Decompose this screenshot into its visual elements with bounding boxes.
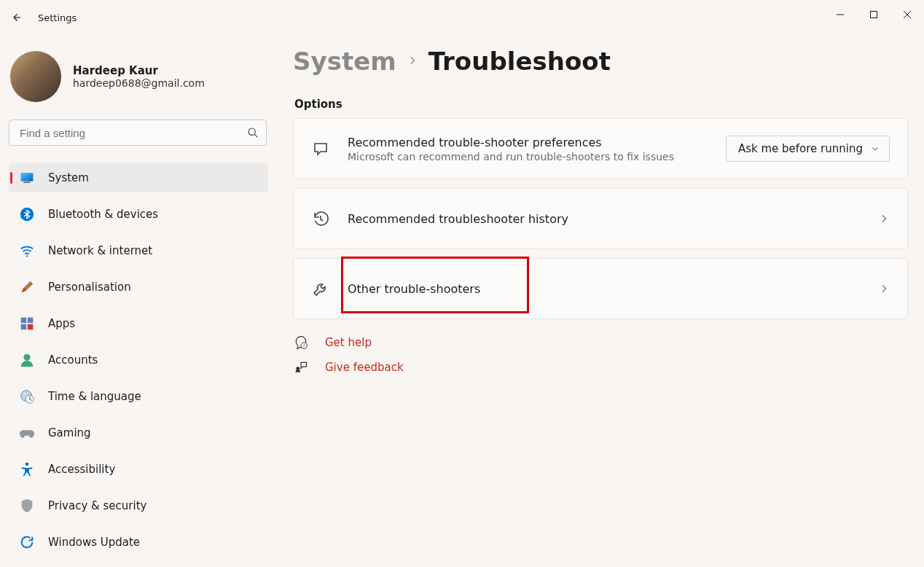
page-title: Troubleshoot [428, 47, 611, 76]
accessibility-icon [19, 461, 35, 477]
row-subtitle: Microsoft can recommend and run trouble-… [348, 151, 708, 163]
clock-globe-icon [19, 388, 35, 404]
row-troubleshooter-history[interactable]: Recommended troubleshooter history [293, 188, 908, 249]
chevron-down-icon [870, 144, 880, 154]
nav-label: Network & internet [48, 244, 152, 257]
svg-point-1 [248, 128, 255, 135]
row-other-troubleshooters[interactable]: Other trouble-shooters [293, 258, 908, 319]
svg-rect-10 [28, 324, 34, 330]
nav-label: Accessibility [48, 463, 115, 476]
nav-label: Gaming [48, 426, 91, 439]
nav-item-windows-update[interactable]: Windows Update [9, 528, 268, 557]
breadcrumb: System Troubleshoot [293, 44, 908, 87]
user-email: hardeep0688@gmail.com [73, 77, 205, 89]
svg-rect-9 [21, 324, 27, 330]
nav-list: System Bluetooth & devices Network & int… [9, 163, 268, 557]
dropdown-value: Ask me before running [738, 142, 863, 155]
nav-label: Bluetooth & devices [48, 208, 158, 221]
row-troubleshooter-preferences: Recommended trouble-shooter preferences … [293, 118, 908, 179]
chevron-right-icon [878, 283, 890, 294]
maximize-button[interactable] [857, 0, 890, 29]
svg-text:?: ? [303, 344, 305, 348]
title-bar: Settings [0, 0, 924, 35]
close-button[interactable] [890, 0, 924, 29]
sidebar: Hardeep Kaur hardeep0688@gmail.com Syste… [0, 35, 277, 567]
footer-links: ? Get help Give feedback [293, 335, 908, 375]
wifi-icon [19, 243, 35, 259]
feedback-icon [293, 360, 309, 375]
apps-icon [19, 316, 35, 332]
wrench-icon [311, 280, 330, 297]
nav-item-privacy[interactable]: Privacy & security [9, 491, 268, 520]
nav-label: Windows Update [48, 536, 140, 549]
help-icon: ? [293, 335, 309, 350]
nav-label: Accounts [48, 353, 98, 367]
nav-label: System [48, 171, 89, 184]
nav-item-gaming[interactable]: Gaming [9, 418, 268, 447]
user-name: Hardeep Kaur [73, 64, 205, 77]
svg-rect-4 [23, 182, 30, 183]
back-button[interactable] [0, 0, 32, 35]
search-box[interactable] [9, 120, 267, 146]
profile-block[interactable]: Hardeep Kaur hardeep0688@gmail.com [9, 47, 268, 120]
avatar [10, 51, 61, 102]
history-icon [311, 210, 330, 227]
main-content: System Troubleshoot Options Recommended … [277, 35, 924, 567]
nav-label: Time & language [48, 390, 141, 403]
svg-rect-8 [28, 318, 34, 324]
speech-bubble-icon [311, 140, 330, 157]
nav-item-accounts[interactable]: Accounts [9, 345, 268, 375]
svg-rect-7 [21, 318, 27, 324]
nav-item-system[interactable]: System [9, 163, 268, 192]
nav-item-accessibility[interactable]: Accessibility [9, 455, 268, 484]
search-icon [247, 127, 259, 138]
svg-rect-3 [21, 173, 34, 181]
get-help-row[interactable]: ? Get help [293, 335, 908, 350]
brush-icon [19, 279, 35, 295]
nav-item-apps[interactable]: Apps [9, 309, 268, 338]
nav-item-time-language[interactable]: Time & language [9, 382, 268, 411]
nav-label: Privacy & security [48, 499, 146, 512]
chevron-right-icon [878, 213, 890, 224]
app-title: Settings [38, 12, 77, 23]
person-icon [19, 352, 35, 368]
minimize-button[interactable] [823, 0, 857, 29]
nav-item-network[interactable]: Network & internet [9, 236, 268, 265]
display-icon [19, 170, 35, 186]
give-feedback-row[interactable]: Give feedback [293, 360, 908, 375]
nav-item-bluetooth[interactable]: Bluetooth & devices [9, 200, 268, 229]
chevron-right-icon [407, 52, 418, 70]
shield-icon [19, 498, 35, 514]
gamepad-icon [19, 425, 35, 441]
row-title: Recommended troubleshooter history [348, 212, 861, 226]
svg-point-6 [26, 255, 28, 257]
update-icon [19, 534, 35, 550]
breadcrumb-parent[interactable]: System [293, 47, 396, 76]
svg-point-11 [23, 354, 30, 361]
row-title: Other trouble-shooters [348, 282, 861, 296]
preferences-dropdown[interactable]: Ask me before running [726, 136, 890, 162]
nav-label: Personalisation [48, 281, 131, 294]
svg-rect-0 [871, 12, 877, 18]
nav-label: Apps [48, 317, 75, 330]
svg-point-14 [26, 462, 29, 466]
search-input[interactable] [9, 120, 266, 145]
row-title: Recommended trouble-shooter preferences [348, 136, 708, 149]
section-heading: Options [294, 98, 908, 111]
get-help-link[interactable]: Get help [325, 336, 372, 349]
nav-item-personalisation[interactable]: Personalisation [9, 273, 268, 302]
bluetooth-icon [19, 206, 35, 222]
window-controls [823, 0, 924, 35]
give-feedback-link[interactable]: Give feedback [325, 361, 404, 374]
